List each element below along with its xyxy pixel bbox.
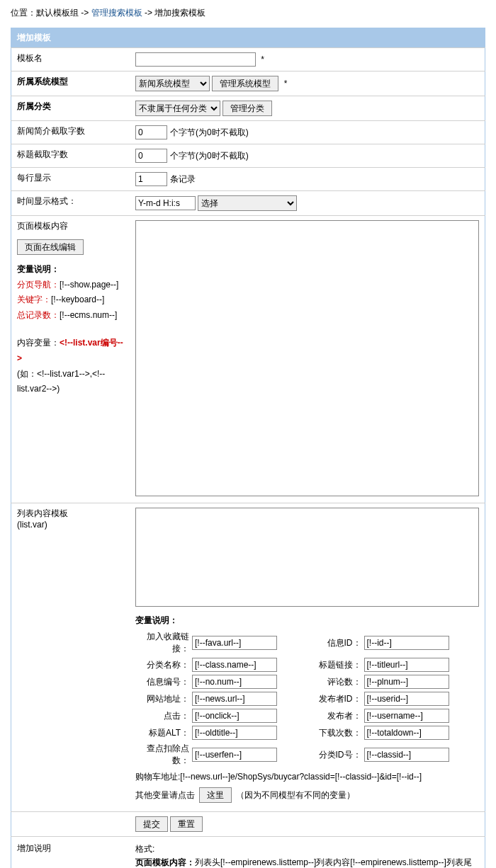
var-info-id[interactable] (364, 636, 449, 650)
var-fav-url[interactable] (192, 636, 277, 650)
time-format-input[interactable] (135, 196, 196, 210)
var-content-note: (如：<!--list.var1-->,<!--list.var2-->) (17, 367, 124, 397)
label-category: 所属分类 (11, 96, 130, 121)
label-template-name: 模板名 (11, 48, 130, 72)
label-page-content: 页面模板内容 (17, 220, 124, 232)
per-row-note: 条记录 (170, 174, 196, 184)
label-time-format: 时间显示格式： (11, 191, 130, 216)
manage-system-model-button[interactable] (212, 76, 278, 91)
news-intro-note: 个字节(为0时不截取) (170, 127, 249, 137)
label-title-cut: 标题截取字数 (11, 144, 130, 168)
var-class-name[interactable] (192, 658, 277, 672)
label-news-intro: 新闻简介截取字数 (11, 121, 130, 144)
form-table: 增加模板 模板名 * 所属系统模型 新闻系统模型 * 所属分类 不隶属于任何分类… (11, 28, 485, 868)
news-intro-input[interactable] (135, 125, 167, 139)
label-system-model: 所属系统模型 (11, 72, 130, 96)
list-var-title: 变量说明： (135, 615, 479, 627)
required-star: * (259, 55, 264, 64)
desc-format: 格式: (135, 843, 479, 856)
var-publisher-id[interactable] (364, 692, 449, 706)
var-desc-title: 变量说明： (17, 262, 124, 278)
var-title-link[interactable] (364, 658, 449, 672)
var-class-id[interactable] (364, 748, 449, 762)
submit-button[interactable] (135, 816, 168, 832)
breadcrumb-item1: 默认模板组 (36, 8, 79, 18)
page-content-textarea[interactable] (135, 220, 479, 496)
var-info-num[interactable] (192, 675, 277, 689)
time-format-select[interactable]: 选择 (198, 195, 297, 211)
var-publisher[interactable] (364, 709, 449, 723)
required-star: * (281, 79, 287, 88)
title-cut-input[interactable] (135, 149, 167, 163)
other-vars-post: （因为不同模型有不同的变量） (236, 789, 355, 801)
var-site-url[interactable] (192, 692, 277, 706)
list-content-textarea[interactable] (135, 508, 479, 607)
var-page-nav-label: 分页导航： (17, 280, 60, 290)
breadcrumb-manage-search[interactable]: 管理搜索模板 (91, 8, 142, 18)
page-online-edit-button[interactable] (17, 239, 84, 255)
category-select[interactable]: 不隶属于任何分类 (135, 101, 220, 116)
label-list-content: 列表内容模板 (17, 508, 124, 520)
var-content-label: 内容变量： (17, 338, 60, 348)
var-title-alt[interactable] (192, 726, 277, 740)
var-clicks[interactable] (192, 709, 277, 723)
label-per-row: 每行显示 (11, 168, 130, 191)
breadcrumb-prefix: 位置： (11, 8, 36, 18)
var-comments[interactable] (364, 675, 449, 689)
manage-category-button[interactable] (222, 101, 272, 116)
breadcrumb: 位置：默认模板组 -> 管理搜索模板 -> 增加搜索模板 (11, 7, 485, 19)
per-row-input[interactable] (135, 172, 167, 186)
var-total-label: 总记录数： (17, 310, 60, 320)
system-model-select[interactable]: 新闻系统模型 (135, 76, 210, 91)
title-cut-note: 个字节(为0时不截取) (170, 151, 249, 161)
cart-address: 购物车地址:[!--news.url--]e/ShopSys/buycar?cl… (135, 771, 479, 783)
template-name-input[interactable] (135, 52, 256, 67)
panel-title: 增加模板 (11, 28, 485, 48)
var-downloads[interactable] (364, 726, 449, 740)
label-add-desc: 增加说明 (11, 837, 130, 869)
var-deduct[interactable] (192, 748, 277, 762)
reset-button[interactable] (170, 816, 203, 832)
label-list-content-sub: (list.var) (17, 520, 124, 530)
other-vars-button[interactable] (199, 787, 232, 803)
breadcrumb-current: 增加搜索模板 (154, 8, 205, 18)
other-vars-pre: 其他变量请点击 (135, 789, 195, 801)
var-keyword-label: 关键字： (17, 295, 51, 304)
